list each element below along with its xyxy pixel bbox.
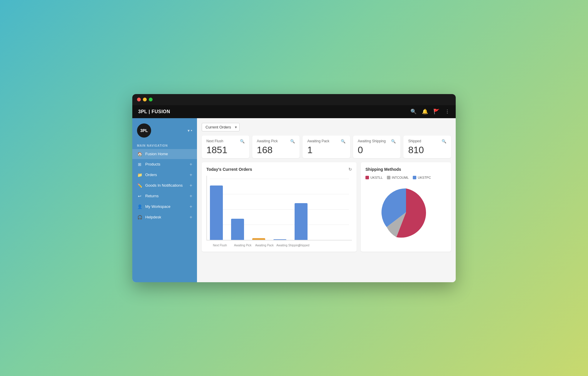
main-layout: 3PL ▾ • MAIN NAVIGATION 🏠 Fusion Home ⊞ … — [132, 118, 456, 282]
awaiting-pick-value: 168 — [257, 145, 295, 155]
sidebar-item-orders-left: 📁 Orders — [137, 173, 157, 177]
legend-label-ukstpc: UKSTPC — [418, 176, 431, 179]
workspace-expand-icon[interactable]: + — [190, 204, 192, 209]
dropdown-label: Current Orders — [206, 125, 231, 129]
bar-label-awaiting-pack: Awaiting Pack — [255, 244, 268, 247]
awaiting-pack-value: 1 — [307, 145, 345, 155]
pie-chart-svg — [380, 186, 432, 239]
pencil-icon: ✏️ — [137, 183, 142, 188]
sidebar-item-fusion-home[interactable]: 🏠 Fusion Home — [132, 149, 197, 159]
notification-icon[interactable]: 🔔 — [422, 108, 428, 115]
sidebar-item-orders[interactable]: 📁 Orders + — [132, 170, 197, 180]
sidebar-item-returns[interactable]: ↩ Returns + — [132, 191, 197, 201]
bar-awaiting-pick-rect — [231, 219, 244, 240]
search-icon[interactable]: 🔍 — [410, 108, 417, 115]
chevron-down-icon: ▾ — [188, 128, 190, 133]
flag-icon[interactable]: 🚩 — [433, 108, 440, 115]
legend-dot-intcouml — [387, 176, 390, 179]
logo-circle: 3PL — [137, 123, 151, 138]
awaiting-pack-search-icon[interactable]: 🔍 — [341, 139, 345, 143]
sidebar-item-fusion-home-left: 🏠 Fusion Home — [137, 152, 168, 156]
refresh-icon[interactable]: ↻ — [348, 167, 352, 172]
bar-awaiting-pack-rect — [252, 238, 265, 240]
legend-dot-ukstll — [365, 176, 369, 179]
bar-awaiting-pick — [231, 219, 244, 240]
bar-next-flush — [210, 186, 223, 240]
bar-chart-card: Today's Current Orders ↻ — [202, 162, 357, 252]
sidebar-item-helpdesk[interactable]: 🎧 Helpdesk + — [132, 212, 197, 223]
sidebar-section-label: MAIN NAVIGATION — [132, 142, 197, 149]
awaiting-pack-label: Awaiting Pack — [307, 139, 329, 143]
bar-chart-labels: Next Flush Awaiting Pick Awaiting Pack A… — [210, 240, 352, 247]
stat-card-shipped: Shipped 🔍 810 — [403, 136, 451, 158]
next-flush-value: 1851 — [206, 145, 245, 155]
sidebar-item-returns-left: ↩ Returns — [137, 194, 159, 198]
helpdesk-expand-icon[interactable]: + — [190, 215, 192, 220]
goods-in-expand-icon[interactable]: + — [190, 183, 192, 188]
content-area: Current Orders Next Flush 🔍 1851 Awaitin… — [197, 118, 456, 282]
sidebar: 3PL ▾ • MAIN NAVIGATION 🏠 Fusion Home ⊞ … — [132, 118, 197, 282]
pie-chart-card: Shipping Methods UKSTLL INTCOUML — [361, 162, 451, 252]
legend-label-intcouml: INTCOUML — [392, 176, 409, 179]
bar-shipped — [295, 203, 308, 240]
user-icon: 👤 — [137, 204, 142, 209]
awaiting-shipping-search-icon[interactable]: 🔍 — [391, 139, 396, 143]
sidebar-label-fusion-home: Fusion Home — [145, 152, 168, 156]
sidebar-item-goods-in-left: ✏️ Goods In Notifications — [137, 183, 183, 188]
sidebar-item-products[interactable]: ⊞ Products + — [132, 159, 197, 170]
bar-chart — [206, 176, 352, 240]
dot-icon: • — [191, 128, 192, 133]
returns-icon: ↩ — [137, 194, 142, 198]
sidebar-item-goods-in[interactable]: ✏️ Goods In Notifications + — [132, 180, 197, 191]
sidebar-label-returns: Returns — [145, 194, 159, 198]
awaiting-pick-label: Awaiting Pick — [257, 139, 278, 143]
products-expand-icon[interactable]: + — [190, 162, 192, 167]
filter-bar: Current Orders — [202, 123, 451, 131]
shipped-search-icon[interactable]: 🔍 — [442, 139, 446, 143]
sidebar-logo-area: 3PL ▾ • — [132, 118, 197, 142]
bar-chart-wrapper: Next Flush Awaiting Pick Awaiting Pack A… — [206, 176, 352, 247]
shipped-value: 810 — [408, 145, 446, 155]
next-flush-label: Next Flush — [206, 139, 223, 143]
stat-card-awaiting-pick-header: Awaiting Pick 🔍 — [257, 139, 295, 143]
bar-chart-title: Today's Current Orders — [206, 167, 252, 172]
sidebar-label-my-workspace: My Workspace — [145, 204, 171, 209]
logo-text: 3PL — [140, 128, 148, 133]
bar-awaiting-shipping-rect — [273, 239, 286, 240]
stat-cards-row: Next Flush 🔍 1851 Awaiting Pick 🔍 168 Aw… — [202, 136, 451, 158]
awaiting-shipping-value: 0 — [358, 145, 396, 155]
sidebar-item-products-left: ⊞ Products — [137, 162, 160, 167]
menu-icon[interactable]: ⋮ — [445, 108, 450, 115]
sidebar-collapse-button[interactable]: ▾ • — [188, 128, 192, 133]
legend-intcouml: INTCOUML — [387, 176, 409, 179]
bar-label-shipped: Shipped — [298, 244, 310, 247]
home-icon: 🏠 — [137, 152, 142, 156]
pie-chart-title: Shipping Methods — [365, 167, 401, 172]
pie-container — [365, 183, 446, 239]
pie-legend: UKSTLL INTCOUML UKSTPC — [365, 176, 446, 179]
stat-card-shipped-header: Shipped 🔍 — [408, 139, 446, 143]
traffic-lights — [137, 98, 153, 101]
orders-expand-icon[interactable]: + — [190, 172, 192, 178]
bar-label-next-flush: Next Flush — [213, 244, 226, 247]
bar-label-awaiting-pick: Awaiting Pick — [234, 244, 247, 247]
maximize-button[interactable] — [149, 98, 153, 101]
bar-awaiting-shipping — [273, 239, 286, 240]
topbar-icons: 🔍 🔔 🚩 ⋮ — [410, 108, 450, 115]
returns-expand-icon[interactable]: + — [190, 193, 192, 199]
close-button[interactable] — [137, 98, 141, 101]
stat-card-awaiting-shipping: Awaiting Shipping 🔍 0 — [353, 136, 401, 158]
pie-chart-title-row: Shipping Methods — [365, 167, 446, 172]
topbar: 3PL | FUSION 🔍 🔔 🚩 ⋮ — [132, 105, 456, 118]
stat-card-awaiting-pack-header: Awaiting Pack 🔍 — [307, 139, 345, 143]
sidebar-item-my-workspace[interactable]: 👤 My Workspace + — [132, 201, 197, 212]
minimize-button[interactable] — [143, 98, 147, 101]
next-flush-search-icon[interactable]: 🔍 — [240, 139, 245, 143]
bar-label-awaiting-shipping: Awaiting Shipping — [276, 244, 289, 247]
legend-ukstpc: UKSTPC — [413, 176, 431, 179]
awaiting-pick-search-icon[interactable]: 🔍 — [290, 139, 295, 143]
sidebar-label-orders: Orders — [145, 173, 157, 177]
sidebar-label-helpdesk: Helpdesk — [145, 215, 161, 219]
current-orders-dropdown[interactable]: Current Orders — [202, 123, 240, 131]
legend-dot-ukstpc — [413, 176, 416, 179]
